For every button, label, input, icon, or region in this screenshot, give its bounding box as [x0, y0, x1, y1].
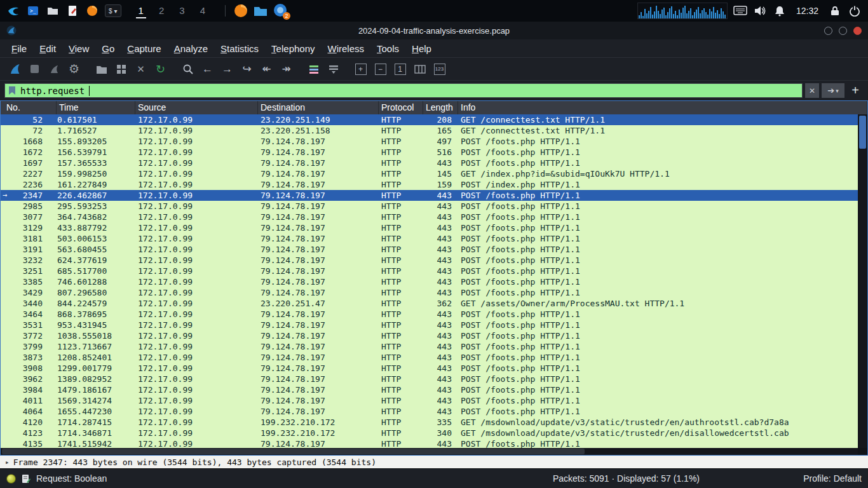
browser-app-icon[interactable] — [85, 4, 99, 18]
restart-capture-icon[interactable] — [44, 60, 64, 78]
taskbar-clock[interactable]: 12:32 — [796, 6, 818, 16]
zoom-original-icon[interactable]: 1 — [390, 60, 410, 78]
find-packet-icon[interactable] — [178, 60, 198, 78]
packet-row[interactable]: 2236161.227849172.17.0.9979.124.78.197HT… — [1, 179, 858, 190]
save-file-icon[interactable] — [111, 60, 131, 78]
workspace-2[interactable]: 2 — [156, 4, 166, 18]
zoom-in-icon[interactable]: + — [351, 60, 370, 78]
column-header-time[interactable]: Time — [57, 101, 135, 114]
packet-detail-pane[interactable]: ▸ Frame 2347: 443 bytes on wire (3544 bi… — [0, 456, 868, 468]
packet-row[interactable]: 3077364.743682172.17.0.9979.124.78.197HT… — [1, 212, 858, 222]
packet-row[interactable]: 2227159.998250172.17.0.9979.124.78.197HT… — [1, 168, 858, 179]
workspace-3[interactable]: 3 — [177, 4, 187, 18]
displayed-columns-icon[interactable]: 123 — [430, 60, 449, 78]
packet-row[interactable]: 1672156.539791172.17.0.9979.124.78.197HT… — [1, 147, 858, 158]
packet-row[interactable]: 3429807.296580172.17.0.9979.124.78.197HT… — [1, 287, 858, 298]
workspace-4[interactable]: 4 — [198, 4, 208, 18]
filter-bookmark-icon[interactable] — [8, 86, 16, 95]
kali-logo-icon[interactable] — [6, 4, 20, 18]
reload-file-icon[interactable]: ↻ — [151, 60, 170, 78]
vertical-scrollbar[interactable] — [858, 114, 867, 448]
packet-row[interactable]: 3440844.224579172.17.0.9923.220.251.47HT… — [1, 298, 858, 309]
packet-row[interactable]: 40641655.447230172.17.0.9979.124.78.197H… — [1, 406, 858, 417]
menu-go[interactable]: Go — [95, 41, 121, 56]
expert-info-icon[interactable] — [6, 474, 16, 484]
terminal-app-icon[interactable]: >_ — [26, 4, 40, 18]
resize-columns-icon[interactable] — [410, 60, 430, 78]
colorize-packets-icon[interactable] — [304, 60, 323, 78]
zoom-out-icon[interactable]: − — [370, 60, 390, 78]
packet-row[interactable]: 2985295.593253172.17.0.9979.124.78.197HT… — [1, 201, 858, 212]
messages-icon[interactable]: 2 — [273, 3, 288, 18]
packet-row[interactable]: 3232624.377619172.17.0.9979.124.78.197HT… — [1, 255, 858, 266]
packet-row[interactable]: 37721038.555018172.17.0.9979.124.78.197H… — [1, 330, 858, 341]
packet-row[interactable]: 41231714.346871172.17.0.99199.232.210.17… — [1, 428, 858, 438]
menu-wireless[interactable]: Wireless — [322, 41, 371, 56]
menu-tools[interactable]: Tools — [370, 41, 405, 56]
packet-row[interactable]: 3531953.431945172.17.0.9979.124.78.197HT… — [1, 320, 858, 330]
lock-icon[interactable] — [828, 4, 842, 18]
horizontal-scrollbar[interactable] — [1, 448, 858, 455]
packet-row[interactable]: 721.716527172.17.0.9923.220.251.158HTTP1… — [1, 125, 858, 136]
packet-row[interactable]: 39081299.001779172.17.0.9979.124.78.197H… — [1, 363, 858, 374]
packet-row[interactable]: 41201714.287415172.17.0.99199.232.210.17… — [1, 417, 858, 428]
menu-file[interactable]: File — [5, 41, 33, 56]
packet-row[interactable]: 39621389.082952172.17.0.9979.124.78.197H… — [1, 374, 858, 384]
packet-row[interactable]: 520.617501172.17.0.9923.220.251.149HTTP2… — [1, 114, 858, 125]
menu-capture[interactable]: Capture — [121, 41, 167, 56]
menu-statistics[interactable]: Statistics — [214, 41, 265, 56]
first-packet-icon[interactable]: ↞ — [257, 60, 276, 78]
capture-options-icon[interactable]: ⚙ — [64, 60, 84, 78]
packet-row[interactable]: 1668155.893205172.17.0.9979.124.78.197HT… — [1, 136, 858, 147]
column-header-destination[interactable]: Destination — [258, 101, 379, 114]
menu-edit[interactable]: Edit — [33, 41, 62, 56]
packet-row[interactable]: 40111569.314274172.17.0.9979.124.78.197H… — [1, 395, 858, 406]
menu-telephony[interactable]: Telephony — [265, 41, 321, 56]
stop-capture-icon[interactable] — [25, 60, 44, 78]
scrollbar-thumb[interactable] — [2, 449, 585, 454]
open-file-icon[interactable] — [92, 60, 111, 78]
terminal-dropdown[interactable]: $▾ — [105, 4, 121, 17]
capture-comment-icon[interactable] — [22, 474, 31, 484]
expander-arrow-icon[interactable]: ▸ — [5, 456, 10, 468]
last-packet-icon[interactable]: ↠ — [276, 60, 296, 78]
workspace-1[interactable]: 1 — [136, 4, 146, 18]
profile-selector[interactable]: Profile: Default — [700, 473, 862, 484]
scrollbar-thumb[interactable] — [859, 116, 866, 149]
minimize-button[interactable] — [824, 27, 832, 35]
menu-help[interactable]: Help — [405, 41, 438, 56]
column-header-info[interactable]: Info — [458, 101, 867, 114]
volume-icon[interactable] — [753, 4, 767, 18]
packet-row[interactable]: 37991123.713667172.17.0.9979.124.78.197H… — [1, 341, 858, 352]
packet-row[interactable]: 3464868.378695172.17.0.9979.124.78.197HT… — [1, 309, 858, 320]
packet-row[interactable]: 38731208.852401172.17.0.9979.124.78.197H… — [1, 352, 858, 363]
power-icon[interactable] — [848, 4, 862, 18]
display-filter-input[interactable]: http.request — [4, 83, 803, 98]
editor-app-icon[interactable] — [65, 4, 79, 18]
auto-scroll-icon[interactable] — [323, 60, 343, 78]
packet-row[interactable]: 2347226.462867172.17.0.9979.124.78.197HT… — [1, 190, 858, 201]
go-forward-icon[interactable]: → — [217, 60, 237, 78]
menu-analyze[interactable]: Analyze — [168, 41, 214, 56]
close-file-icon[interactable]: ✕ — [131, 60, 151, 78]
packet-row[interactable]: 3191563.680455172.17.0.9979.124.78.197HT… — [1, 244, 858, 255]
packet-row[interactable]: 3251685.517700172.17.0.9979.124.78.197HT… — [1, 266, 858, 276]
go-to-packet-icon[interactable]: ↪ — [237, 60, 257, 78]
column-header-no[interactable]: No. — [1, 101, 57, 114]
files-app-icon[interactable] — [46, 4, 60, 18]
close-button[interactable] — [853, 27, 862, 35]
maximize-button[interactable] — [839, 27, 847, 35]
column-header-length[interactable]: Length — [423, 101, 458, 114]
packet-row[interactable]: 1697157.365533172.17.0.9979.124.78.197HT… — [1, 158, 858, 168]
cpu-graph[interactable] — [637, 3, 728, 19]
packet-row[interactable]: 39841479.186167172.17.0.9979.124.78.197H… — [1, 384, 858, 395]
notifications-bell-icon[interactable] — [773, 4, 787, 18]
packet-row[interactable]: 3385746.601288172.17.0.9979.124.78.197HT… — [1, 276, 858, 287]
folder-icon[interactable] — [254, 4, 268, 18]
keyboard-layout-icon[interactable] — [733, 4, 747, 18]
firefox-icon[interactable] — [234, 4, 248, 18]
go-back-icon[interactable]: ← — [198, 60, 217, 78]
filter-apply-icon[interactable]: ➔▾ — [822, 83, 844, 98]
column-header-source[interactable]: Source — [135, 101, 258, 114]
filter-clear-icon[interactable]: ✕ — [805, 83, 819, 98]
